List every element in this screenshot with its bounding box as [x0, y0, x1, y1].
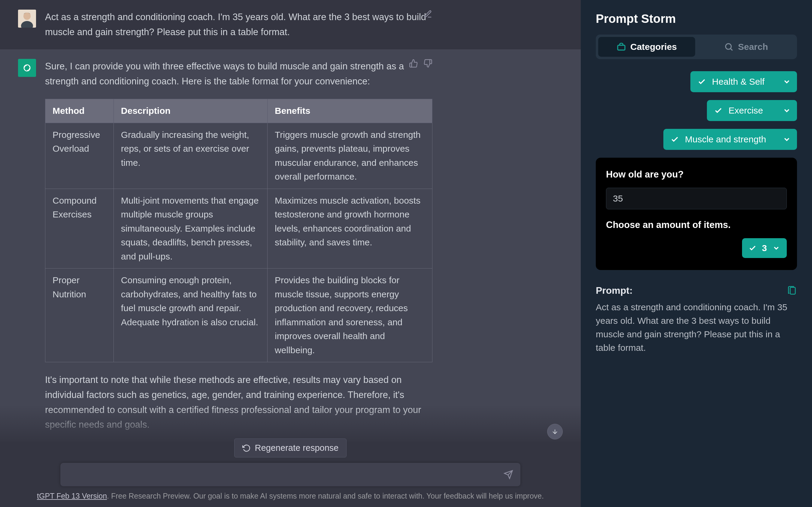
chat-column: Act as a strength and conditioning coach…	[0, 0, 581, 507]
chevron-down-icon	[782, 135, 791, 144]
generated-prompt-block: Prompt: Act as a strength and conditioni…	[596, 285, 797, 354]
prompt-label: Prompt:	[596, 285, 633, 296]
thumbs-down-button[interactable]	[423, 59, 432, 69]
items-select[interactable]: 3	[742, 238, 787, 258]
chip-muscle-strength[interactable]: Muscle and strength	[663, 129, 797, 150]
chip-exercise-label: Exercise	[729, 105, 771, 116]
assistant-intro-text: Sure, I can provide you with three effec…	[45, 59, 432, 89]
cell-benefits: Provides the building blocks for muscle …	[268, 269, 432, 362]
regenerate-label: Regenerate response	[255, 443, 339, 453]
cell-description: Consuming enough protein, carbohydrates,…	[114, 269, 267, 362]
messages-region: Act as a strength and conditioning coach…	[0, 0, 581, 507]
thumbs-up-icon	[409, 59, 418, 68]
cell-benefits: Triggers muscle growth and strength gain…	[268, 123, 432, 189]
prompt-storm-panel: Prompt Storm Categories Search Health & …	[581, 0, 812, 507]
cell-method: Compound Exercises	[45, 189, 114, 269]
chip-exercise[interactable]: Exercise	[707, 100, 797, 121]
age-input[interactable]	[606, 188, 787, 209]
col-benefits: Benefits	[268, 99, 432, 123]
table-row: Progressive Overload Gradually increasin…	[45, 123, 432, 189]
cell-method: Proper Nutrition	[45, 269, 114, 362]
col-description: Description	[114, 99, 267, 123]
methods-table: Method Description Benefits Progressive …	[45, 99, 432, 362]
items-value: 3	[762, 243, 767, 253]
refresh-icon	[242, 444, 251, 452]
table-row: Proper Nutrition Consuming enough protei…	[45, 269, 432, 362]
chevron-down-icon	[772, 244, 780, 252]
person-icon	[18, 10, 36, 27]
panel-tabbar: Categories Search	[596, 35, 797, 59]
thumbs-down-icon	[423, 59, 432, 68]
search-icon	[724, 42, 734, 52]
arrow-down-icon	[552, 428, 559, 435]
send-icon[interactable]	[504, 470, 513, 480]
col-method: Method	[45, 99, 114, 123]
chevron-down-icon	[782, 106, 791, 115]
tab-search-label: Search	[738, 42, 768, 52]
chevron-down-icon	[782, 77, 791, 86]
tab-categories[interactable]: Categories	[598, 37, 695, 57]
openai-icon	[21, 62, 33, 73]
check-icon	[749, 244, 756, 252]
assistant-avatar	[18, 59, 36, 77]
user-avatar	[18, 10, 36, 27]
panel-title: Prompt Storm	[596, 12, 797, 25]
clipboard-icon[interactable]	[787, 286, 797, 296]
edit-message-button[interactable]	[423, 10, 432, 20]
footer-note: tGPT Feb 13 Version. Free Research Previ…	[31, 492, 550, 500]
chip-muscle-label: Muscle and strength	[685, 134, 771, 145]
svg-rect-6	[618, 45, 625, 50]
assistant-outro-text: It's important to note that while these …	[45, 373, 432, 432]
chip-health-label: Health & Self	[712, 76, 771, 87]
cell-method: Progressive Overload	[45, 123, 114, 189]
edit-icon	[423, 10, 432, 19]
message-user: Act as a strength and conditioning coach…	[0, 0, 581, 49]
scroll-to-bottom-button[interactable]	[547, 424, 563, 439]
message-assistant: Sure, I can provide you with three effec…	[0, 49, 581, 442]
user-message-text: Act as a strength and conditioning coach…	[45, 10, 432, 39]
toolbox-icon	[617, 42, 626, 52]
version-link[interactable]: tGPT Feb 13 Version	[37, 492, 107, 500]
question-items: Choose an amount of items.	[606, 220, 787, 230]
prompt-form: How old are you? Choose an amount of ite…	[596, 158, 797, 270]
chat-input[interactable]	[60, 463, 520, 486]
question-age: How old are you?	[606, 169, 787, 180]
tab-categories-label: Categories	[630, 42, 677, 52]
thumbs-up-button[interactable]	[409, 59, 418, 69]
assistant-message-body: Sure, I can provide you with three effec…	[45, 59, 432, 432]
regenerate-button[interactable]: Regenerate response	[234, 439, 347, 457]
chip-health-self[interactable]: Health & Self	[690, 71, 797, 92]
cell-benefits: Maximizes muscle activation, boosts test…	[268, 189, 432, 269]
check-icon	[698, 77, 706, 86]
svg-line-8	[731, 49, 733, 50]
svg-rect-9	[790, 287, 795, 294]
chat-input-field[interactable]	[68, 469, 504, 480]
tab-search[interactable]: Search	[698, 37, 795, 57]
svg-point-1	[23, 13, 31, 20]
cell-description: Multi-joint movements that engage multip…	[114, 189, 267, 269]
cell-description: Gradually increasing the weight, reps, o…	[114, 123, 267, 189]
check-icon	[671, 135, 679, 144]
check-icon	[714, 106, 722, 115]
generated-prompt-text: Act as a strength and conditioning coach…	[596, 300, 797, 354]
table-row: Compound Exercises Multi-joint movements…	[45, 189, 432, 269]
svg-point-7	[726, 44, 732, 49]
chat-input-stack: Regenerate response tGPT Feb 13 Version.…	[0, 439, 581, 507]
footer-text: . Free Research Preview. Our goal is to …	[107, 492, 544, 500]
